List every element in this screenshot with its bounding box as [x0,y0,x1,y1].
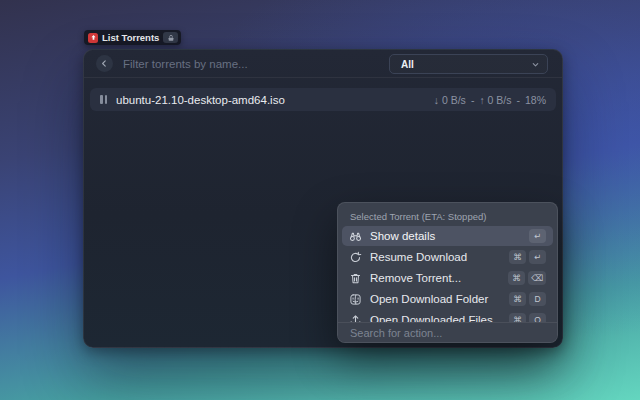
shortcut-keys: ⌘ D [509,292,546,306]
finder-icon [349,293,362,306]
action-panel-title: Selected Torrent (ETA: Stopped) [338,203,557,226]
key-return: ↵ [529,250,546,264]
key-return: ↵ [529,229,546,243]
back-button[interactable] [96,55,113,72]
binoculars-icon [349,230,362,243]
upload-speed: ↑ 0 B/s [479,94,511,106]
shortcut-keys: ⌘ ↵ [509,250,546,264]
chevron-down-icon [531,60,540,69]
separator: - [516,94,520,106]
key-cmd: ⌘ [509,292,526,306]
action-label: Open Download Folder [370,293,488,305]
torrent-row[interactable]: ubuntu-21.10-desktop-amd64.iso ↓ 0 B/s -… [90,88,556,111]
action-remove-torrent[interactable]: Remove Torrent... ⌘ ⌫ [342,268,553,288]
shortcut-keys: ↵ [529,229,546,243]
key-cmd: ⌘ [508,271,525,285]
action-label: Show details [370,230,435,242]
chevron-left-icon [100,59,109,68]
action-open-download-folder[interactable]: Open Download Folder ⌘ D [342,289,553,309]
trash-icon [349,272,362,285]
separator: - [471,94,475,106]
key-delete: ⌫ [528,271,546,285]
command-badge[interactable]: List Torrents [84,30,181,45]
download-speed: ↓ 0 B/s [434,94,466,106]
pause-icon [100,95,107,104]
lock-icon [163,32,178,43]
action-label: Remove Torrent... [370,272,461,284]
search-bar: All [84,50,562,78]
action-panel-footer [338,322,557,342]
filter-dropdown-value: All [401,59,414,70]
key-d: D [529,292,546,306]
torrent-list: ubuntu-21.10-desktop-amd64.iso ↓ 0 B/s -… [84,78,562,111]
torrent-title: ubuntu-21.10-desktop-amd64.iso [116,94,285,106]
command-badge-label: List Torrents [102,32,159,43]
key-cmd: ⌘ [509,250,526,264]
action-resume-download[interactable]: Resume Download ⌘ ↵ [342,247,553,267]
progress-percent: 18% [525,94,546,106]
shortcut-keys: ⌘ ⌫ [508,271,546,285]
raycast-window: All ubuntu-21.10-desktop-amd64.iso ↓ 0 B… [83,49,563,348]
action-show-details[interactable]: Show details ↵ [342,226,553,246]
action-panel: Selected Torrent (ETA: Stopped) Show det… [337,202,558,343]
filter-dropdown[interactable]: All [389,54,548,74]
torrent-accessories: ↓ 0 B/s - ↑ 0 B/s - 18% [434,94,546,106]
restart-icon [349,251,362,264]
transmission-icon [88,33,98,43]
action-search-input[interactable] [350,327,545,339]
action-list: Show details ↵ Resume Download ⌘ [338,226,557,323]
action-label: Resume Download [370,251,467,263]
desktop-background: List Torrents All ubuntu-21.10-desktop-a… [0,0,640,400]
